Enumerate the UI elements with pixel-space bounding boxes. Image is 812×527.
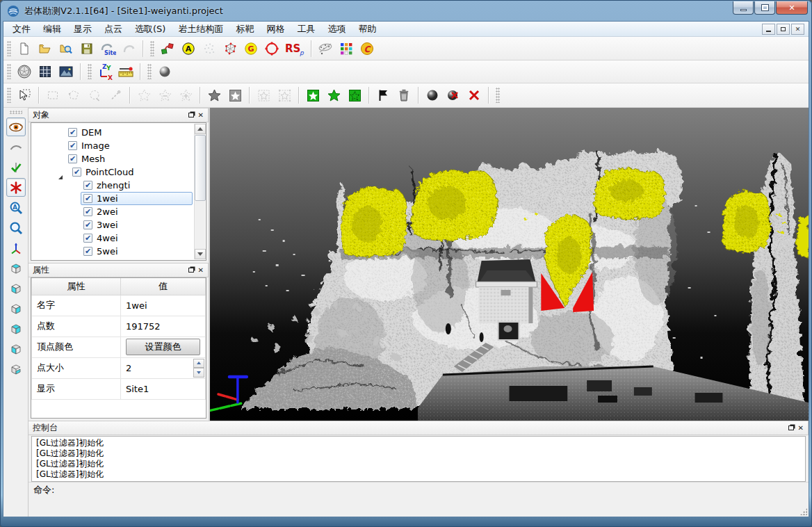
rsp-button[interactable]: RSp [282,39,307,58]
mdi-minimize-button[interactable] [762,24,775,35]
visibility-button[interactable] [6,117,26,136]
sphere-view-button[interactable] [154,62,175,81]
polygon-select-button[interactable] [63,86,84,105]
tree-item-2wei[interactable]: ✔2wei [32,205,194,218]
menu-item-edit[interactable]: 编辑 [37,22,67,37]
tree-item-5wei[interactable]: ✔5wei [32,245,194,258]
tree-item-1wei[interactable]: ✔1wei [32,192,194,205]
pick-confirm-button[interactable] [6,158,26,177]
star-select-add-button[interactable] [133,86,154,105]
curve-tool-button[interactable] [6,138,26,156]
prop-value-name[interactable]: 1wei [121,295,206,316]
checkbox-checked[interactable]: ✔ [83,181,92,190]
globe-button[interactable] [14,62,35,81]
view-cube-top-button[interactable] [6,259,26,277]
cage-select-button[interactable] [253,86,274,105]
new-file-button[interactable] [14,39,35,58]
checkbox-checked[interactable]: ✔ [83,194,92,203]
close-button[interactable]: ✕ [776,1,808,15]
menu-item-options[interactable]: 选项 [321,22,352,37]
axis-view-button[interactable] [6,238,26,257]
tree-scrollbar[interactable] [194,124,205,259]
g-tool-button[interactable]: G [241,39,261,58]
pointcloud-dots-button[interactable] [199,39,220,58]
selection-mode-button[interactable] [6,178,26,197]
toolbar-grip[interactable] [7,41,11,56]
view-cube-back-button[interactable] [6,319,26,338]
sphere-delete-button[interactable] [443,86,464,105]
site-transform-button[interactable]: Site [97,39,118,58]
tree-item-dem[interactable]: ✔DEM [32,126,194,139]
tree-item-image[interactable]: ✔Image [32,139,194,152]
menu-item-rock-structure[interactable]: 岩土结构面 [172,22,229,37]
column-header-name[interactable]: 属性 [32,278,121,295]
console-titlebar[interactable]: 控制台 ✕ [29,421,809,435]
mdi-close-button[interactable]: ✕ [791,24,804,35]
checkbox-checked[interactable]: ✔ [83,207,92,216]
transform-button[interactable] [118,39,139,58]
menu-item-file[interactable]: 文件 [6,22,37,37]
scroll-up-icon[interactable] [195,124,206,134]
zoom-area-button[interactable]: A [6,198,26,217]
spinner-down-icon[interactable] [193,368,204,378]
view-cube-right-button[interactable] [6,299,26,318]
line-pick-button[interactable] [105,86,126,105]
view-cube-front-button[interactable] [6,279,26,298]
sphere-clip-button[interactable] [422,86,443,105]
save-button[interactable] [76,39,97,58]
panel-float-icon[interactable] [788,425,794,430]
cage-select2-button[interactable] [274,86,295,105]
panel-float-icon[interactable] [188,268,194,273]
target-circle-button[interactable] [261,39,282,58]
column-header-value[interactable]: 值 [121,278,206,295]
point-size-value[interactable]: 2 [126,363,131,373]
menu-item-select[interactable]: 选取(S) [129,22,172,37]
checkbox-checked[interactable]: ✔ [68,141,77,150]
set-color-button[interactable]: 设置颜色 [126,339,200,355]
flag-button[interactable] [373,86,393,105]
tree-item-mesh[interactable]: ✔Mesh [32,152,194,165]
minimize-button[interactable] [733,1,754,15]
green-star-button[interactable] [323,86,344,105]
plane-fit-button[interactable] [315,39,336,58]
toolbar-grip[interactable] [147,64,152,79]
command-input[interactable]: 命令: [29,482,809,497]
open-file-button[interactable] [35,39,56,58]
point-size-stepper[interactable] [193,359,204,378]
console-log[interactable]: [GL过滤器]初始化 [GL过滤器]初始化 [GL过滤器]初始化 [GL过滤器]… [31,436,806,482]
scroll-down-icon[interactable] [195,249,206,259]
pick-cursor-button[interactable] [14,86,35,105]
segment-cut-button[interactable] [225,86,245,105]
green-segment-out-button[interactable] [344,86,365,105]
image-view-button[interactable] [56,62,76,81]
color-classes-button[interactable] [336,39,357,58]
menu-item-mesh[interactable]: 网格 [260,22,291,37]
segment-keep-button[interactable] [204,86,225,105]
checkbox-checked[interactable]: ✔ [68,154,77,163]
menu-item-tools[interactable]: 工具 [291,22,321,37]
toolbar-grip[interactable] [10,111,22,114]
grid-button[interactable] [35,62,56,81]
checkbox-checked[interactable]: ✔ [83,247,92,256]
resize-grip[interactable] [800,508,807,515]
annotation-a-button[interactable]: A [178,39,199,58]
menu-item-help[interactable]: 帮助 [352,22,382,37]
checkbox-checked[interactable]: ✔ [72,168,81,177]
checkbox-checked[interactable]: ✔ [68,128,77,137]
star-select-sub-button[interactable] [154,86,175,105]
panel-close-icon[interactable]: ✕ [798,425,804,432]
combination-button[interactable]: C [357,39,377,58]
panel-float-icon[interactable] [188,113,194,117]
measure-button[interactable] [115,62,136,81]
properties-panel-titlebar[interactable]: 属性 ✕ [29,263,209,277]
rect-select-button[interactable] [42,86,63,105]
zoom-button[interactable] [6,218,26,237]
lasso-select-button[interactable] [84,86,105,105]
viewport-3d[interactable] [210,108,809,421]
panel-close-icon[interactable]: ✕ [198,267,204,274]
spinner-up-icon[interactable] [193,359,204,368]
delete-all-button[interactable] [464,86,485,105]
toolbar-grip[interactable] [7,64,11,79]
menu-item-pointcloud[interactable]: 点云 [98,22,129,37]
view-cube-left-button[interactable] [6,339,26,358]
